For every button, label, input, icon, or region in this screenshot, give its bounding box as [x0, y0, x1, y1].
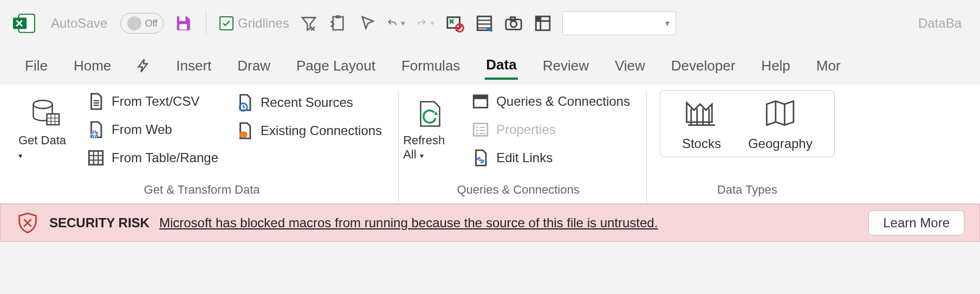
file-clock-icon — [236, 93, 254, 112]
file-text-icon — [87, 92, 105, 111]
properties-button: Properties — [468, 118, 633, 141]
from-text-csv-label: From Text/CSV — [112, 94, 199, 109]
tab-draw[interactable]: Draw — [236, 53, 271, 79]
tab-formulas[interactable]: Formulas — [400, 53, 461, 79]
edit-links-label: Edit Links — [496, 150, 553, 165]
refresh-icon — [414, 98, 446, 130]
quick-access-toolbar: AutoSave Off Gridlines ▼ ▼ ▼ — [0, 0, 980, 47]
excel-logo-icon — [13, 12, 36, 35]
autosave-label: AutoSave — [51, 16, 107, 31]
svg-rect-15 — [47, 114, 60, 125]
autosave-state-text: Off — [145, 18, 158, 29]
existing-connections-label: Existing Connections — [261, 123, 382, 138]
tab-pagelayout[interactable]: Page Layout — [295, 53, 377, 79]
security-message[interactable]: Microsoft has blocked macros from runnin… — [159, 215, 658, 231]
group-title-get-transform: Get & Transform Data — [18, 181, 385, 200]
tab-review[interactable]: Review — [542, 53, 590, 79]
from-table-range-button[interactable]: From Table/Range — [83, 146, 222, 169]
tab-home[interactable]: Home — [73, 53, 112, 79]
chevron-down-icon: ▼ — [664, 19, 671, 28]
form-icon[interactable] — [475, 14, 494, 33]
get-data-label: Get Data — [18, 133, 66, 147]
tab-view[interactable]: View — [614, 53, 646, 79]
learn-more-button[interactable]: Learn More — [868, 210, 964, 235]
group-data-types: Stocks Geography Data Types — [647, 90, 848, 203]
panel-icon — [471, 92, 490, 111]
group-get-transform: Get Data ▾ From Text/CSV From Web From T… — [14, 90, 399, 203]
database-icon — [29, 98, 62, 130]
queries-connections-label: Queries & Connections — [496, 94, 630, 109]
freeze-panes-icon[interactable] — [533, 14, 553, 33]
camera-icon[interactable] — [504, 14, 523, 33]
tab-file[interactable]: File — [24, 53, 49, 79]
gridlines-checkbox[interactable]: Gridlines — [219, 16, 289, 31]
chevron-down-icon: ▾ — [18, 151, 22, 160]
data-types-gallery[interactable]: Stocks Geography — [660, 90, 835, 157]
from-web-label: From Web — [112, 122, 172, 137]
checkmark-icon — [219, 16, 233, 30]
stocks-datatype[interactable]: Stocks — [682, 98, 721, 151]
tab-more[interactable]: Mor — [815, 53, 842, 79]
svg-rect-21 — [473, 95, 488, 99]
tab-insert[interactable]: Insert — [175, 53, 212, 79]
gridlines-label: Gridlines — [238, 16, 289, 31]
group-title-queries: Queries & Connections — [403, 181, 633, 200]
redo-icon[interactable]: ▼ — [416, 14, 436, 33]
refresh-all-label: Refresh All — [403, 133, 445, 161]
geography-datatype[interactable]: Geography — [748, 98, 813, 151]
from-table-range-label: From Table/Range — [112, 150, 218, 165]
name-box[interactable]: ▼ — [562, 11, 676, 35]
autosave-toggle[interactable]: Off — [120, 13, 164, 34]
chevron-down-icon: ▾ — [420, 151, 424, 160]
link-icon — [471, 149, 490, 167]
lightning-icon[interactable] — [136, 58, 151, 73]
autosave-toggle-knob — [127, 16, 141, 30]
map-icon — [762, 98, 798, 131]
edit-links-button[interactable]: Edit Links — [468, 146, 633, 169]
group-title-datatypes: Data Types — [660, 181, 835, 200]
security-warning-bar: SECURITY RISK Microsoft has blocked macr… — [0, 204, 980, 242]
security-title: SECURITY RISK — [49, 215, 150, 231]
geography-label: Geography — [748, 136, 813, 151]
properties-icon — [471, 120, 490, 139]
stocks-icon — [684, 98, 719, 131]
recent-sources-label: Recent Sources — [261, 95, 353, 110]
svg-point-14 — [34, 100, 53, 108]
from-web-button[interactable]: From Web — [83, 118, 222, 141]
ribbon-tabs: File Home Insert Draw Page Layout Formul… — [0, 47, 980, 85]
cursor-icon[interactable] — [358, 14, 377, 33]
recent-sources-button[interactable]: Recent Sources — [232, 91, 385, 114]
svg-rect-2 — [179, 16, 185, 21]
tab-developer[interactable]: Developer — [670, 53, 737, 79]
stocks-label: Stocks — [682, 136, 721, 151]
get-data-button[interactable]: Get Data ▾ — [18, 90, 73, 169]
queries-connections-button[interactable]: Queries & Connections — [468, 90, 633, 113]
svg-rect-5 — [336, 15, 340, 18]
undo-icon[interactable]: ▼ — [387, 14, 406, 33]
svg-point-10 — [510, 21, 516, 27]
macro-error-icon[interactable] — [445, 14, 465, 33]
file-database-icon — [236, 122, 254, 140]
save-icon[interactable] — [173, 14, 193, 33]
shield-icon — [16, 211, 40, 235]
tab-data[interactable]: Data — [485, 52, 517, 80]
properties-label: Properties — [496, 122, 555, 137]
from-text-csv-button[interactable]: From Text/CSV — [83, 90, 222, 113]
document-title: DataBa — [918, 16, 967, 31]
svg-rect-3 — [179, 24, 187, 29]
refresh-all-button[interactable]: Refresh All ▾ — [403, 90, 457, 169]
svg-rect-4 — [333, 17, 343, 30]
svg-rect-13 — [536, 16, 541, 21]
paste-icon[interactable] — [328, 14, 348, 33]
filter-clear-icon[interactable] — [299, 14, 319, 33]
existing-connections-button[interactable]: Existing Connections — [232, 119, 385, 142]
svg-rect-17 — [89, 151, 103, 165]
tab-help[interactable]: Help — [760, 53, 791, 79]
ribbon-content: Get Data ▾ From Text/CSV From Web From T… — [0, 85, 980, 204]
separator — [206, 12, 206, 34]
table-icon — [87, 149, 105, 167]
file-web-icon — [87, 120, 105, 139]
group-queries-connections: Refresh All ▾ Queries & Connections Prop… — [399, 90, 647, 203]
